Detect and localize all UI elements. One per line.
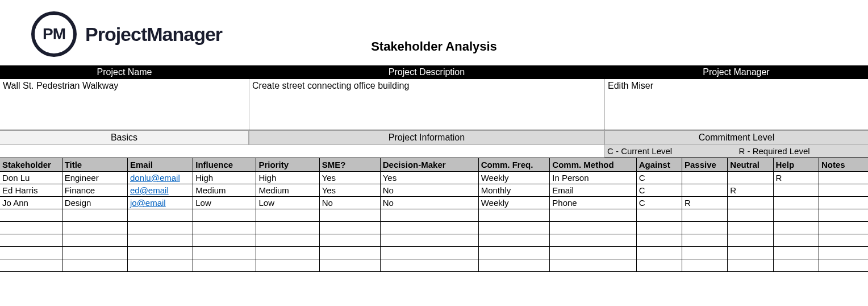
cell-against[interactable] [636, 222, 682, 234]
cell-passive[interactable]: R [682, 197, 727, 209]
cell-comm_method[interactable] [550, 222, 636, 234]
cell-notes[interactable] [819, 197, 868, 209]
cell-against[interactable] [636, 259, 682, 272]
cell-notes[interactable] [819, 234, 868, 247]
cell-email[interactable] [127, 247, 193, 259]
cell-email[interactable]: jo@email [127, 197, 193, 209]
cell-comm_method[interactable]: Phone [550, 197, 636, 209]
cell-sme[interactable] [319, 222, 380, 234]
cell-sme[interactable] [319, 234, 380, 247]
cell-title[interactable] [62, 222, 127, 234]
cell-comm_freq[interactable] [478, 247, 550, 259]
cell-notes[interactable] [819, 209, 868, 222]
cell-decision_maker[interactable]: No [380, 197, 478, 209]
cell-neutral[interactable] [728, 247, 773, 259]
cell-against[interactable]: C [636, 197, 682, 209]
cell-priority[interactable]: Medium [256, 184, 319, 197]
cell-title[interactable]: Engineer [62, 172, 127, 184]
cell-email[interactable] [127, 222, 193, 234]
cell-against[interactable]: C [636, 172, 682, 184]
cell-help[interactable] [773, 209, 819, 222]
cell-influence[interactable] [193, 209, 256, 222]
cell-comm_method[interactable]: Email [550, 184, 636, 197]
cell-decision_maker[interactable] [380, 222, 478, 234]
cell-title[interactable]: Finance [62, 184, 127, 197]
cell-stakeholder[interactable]: Jo Ann [0, 197, 62, 209]
cell-title[interactable] [62, 259, 127, 272]
email-link[interactable]: ed@email [130, 185, 169, 195]
cell-priority[interactable] [256, 259, 319, 272]
cell-stakeholder[interactable] [0, 222, 62, 234]
cell-neutral[interactable] [728, 234, 773, 247]
cell-influence[interactable] [193, 222, 256, 234]
cell-influence[interactable]: Medium [193, 184, 256, 197]
cell-influence[interactable]: Low [193, 197, 256, 209]
cell-stakeholder[interactable] [0, 234, 62, 247]
cell-notes[interactable] [819, 184, 868, 197]
cell-passive[interactable] [682, 247, 727, 259]
cell-title[interactable] [62, 234, 127, 247]
cell-comm_freq[interactable] [478, 234, 550, 247]
cell-stakeholder[interactable] [0, 247, 62, 259]
cell-help[interactable] [773, 197, 819, 209]
cell-email[interactable]: ed@email [127, 184, 193, 197]
cell-decision_maker[interactable]: No [380, 184, 478, 197]
cell-notes[interactable] [819, 247, 868, 259]
cell-title[interactable] [62, 209, 127, 222]
cell-neutral[interactable]: R [728, 184, 773, 197]
cell-title[interactable]: Design [62, 197, 127, 209]
cell-comm_method[interactable]: In Person [550, 172, 636, 184]
cell-influence[interactable] [193, 234, 256, 247]
cell-decision_maker[interactable] [380, 234, 478, 247]
cell-help[interactable] [773, 259, 819, 272]
cell-priority[interactable]: High [256, 172, 319, 184]
cell-passive[interactable] [682, 172, 727, 184]
cell-sme[interactable] [319, 259, 380, 272]
cell-influence[interactable]: High [193, 172, 256, 184]
cell-neutral[interactable] [728, 172, 773, 184]
cell-comm_freq[interactable]: Weekly [478, 197, 550, 209]
cell-comm_freq[interactable]: Weekly [478, 172, 550, 184]
cell-stakeholder[interactable] [0, 209, 62, 222]
cell-influence[interactable] [193, 259, 256, 272]
cell-against[interactable]: C [636, 184, 682, 197]
cell-against[interactable] [636, 209, 682, 222]
cell-influence[interactable] [193, 247, 256, 259]
cell-priority[interactable] [256, 234, 319, 247]
cell-notes[interactable] [819, 172, 868, 184]
cell-comm_freq[interactable] [478, 222, 550, 234]
cell-sme[interactable]: Yes [319, 172, 380, 184]
cell-passive[interactable] [682, 259, 727, 272]
cell-passive[interactable] [682, 222, 727, 234]
cell-title[interactable] [62, 247, 127, 259]
cell-notes[interactable] [819, 222, 868, 234]
cell-decision_maker[interactable] [380, 259, 478, 272]
cell-priority[interactable] [256, 247, 319, 259]
cell-email[interactable] [127, 259, 193, 272]
cell-comm_method[interactable] [550, 209, 636, 222]
cell-sme[interactable] [319, 247, 380, 259]
cell-comm_freq[interactable] [478, 209, 550, 222]
cell-email[interactable] [127, 234, 193, 247]
cell-help[interactable]: R [773, 172, 819, 184]
project-description-value[interactable]: Create street connecting office building [249, 79, 604, 130]
cell-priority[interactable]: Low [256, 197, 319, 209]
cell-sme[interactable]: No [319, 197, 380, 209]
cell-neutral[interactable] [728, 222, 773, 234]
cell-sme[interactable] [319, 209, 380, 222]
cell-email[interactable] [127, 209, 193, 222]
email-link[interactable]: donlu@email [130, 173, 180, 183]
cell-against[interactable] [636, 234, 682, 247]
cell-passive[interactable] [682, 209, 727, 222]
cell-help[interactable] [773, 222, 819, 234]
cell-comm_freq[interactable]: Monthly [478, 184, 550, 197]
cell-against[interactable] [636, 247, 682, 259]
project-manager-value[interactable]: Edith Miser [604, 79, 868, 130]
cell-comm_freq[interactable] [478, 259, 550, 272]
cell-neutral[interactable] [728, 259, 773, 272]
cell-comm_method[interactable] [550, 247, 636, 259]
cell-priority[interactable] [256, 209, 319, 222]
cell-decision_maker[interactable]: Yes [380, 172, 478, 184]
project-name-value[interactable]: Wall St. Pedestrian Walkway [0, 79, 249, 130]
cell-neutral[interactable] [728, 209, 773, 222]
